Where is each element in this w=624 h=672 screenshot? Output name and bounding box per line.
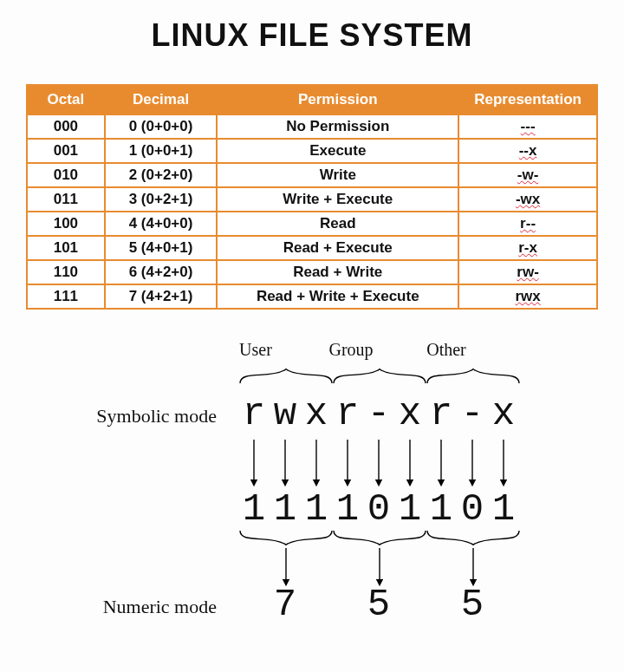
table-row: 101 5 (4+0+1) Read + Execute r-x <box>27 236 597 260</box>
th-representation: Representation <box>458 85 597 114</box>
arrows-symbolic-to-binary <box>254 440 504 483</box>
cell-permission: Read <box>217 212 458 236</box>
cell-permission: Execute <box>217 139 458 163</box>
binary-char: 1 <box>238 487 270 531</box>
cell-permission: Read + Execute <box>217 236 458 260</box>
permissions-table: Octal Decimal Permission Representation … <box>26 84 598 310</box>
cell-octal: 111 <box>27 284 105 309</box>
group-label-other: Other <box>399 340 494 360</box>
cell-octal: 110 <box>27 260 105 284</box>
binary-char: 1 <box>270 487 301 531</box>
symbolic-char: - <box>457 392 488 435</box>
cell-representation: -wx <box>458 187 597 212</box>
table-row: 110 6 (4+2+0) Read + Write rw- <box>27 260 597 284</box>
symbolic-char: x <box>301 392 332 435</box>
cell-decimal: 5 (4+0+1) <box>105 236 218 260</box>
binary-char: 1 <box>488 487 519 531</box>
cell-decimal: 6 (4+2+0) <box>105 260 218 284</box>
binary-char: 0 <box>363 487 394 531</box>
cell-representation: -w- <box>458 163 597 187</box>
cell-representation: rwx <box>458 284 597 309</box>
table-row: 000 0 (0+0+0) No Permission --- <box>27 114 597 139</box>
symbolic-char: x <box>488 392 519 435</box>
symbolic-char: x <box>394 392 426 435</box>
group-label-group: Group <box>303 340 399 360</box>
binary-char: 1 <box>301 487 332 531</box>
table-row: 010 2 (0+2+0) Write -w- <box>27 163 597 187</box>
cell-representation: r-- <box>458 212 597 236</box>
cell-decimal: 7 (4+2+1) <box>105 284 218 309</box>
page-title: LINUX FILE SYSTEM <box>0 17 624 54</box>
cell-decimal: 2 (0+2+0) <box>105 163 218 187</box>
numeric-char: 5 <box>332 583 426 626</box>
cell-decimal: 0 (0+0+0) <box>105 114 218 139</box>
cell-representation: --- <box>458 114 597 139</box>
binary-char: 1 <box>426 487 457 531</box>
cell-permission: Write <box>217 163 458 187</box>
cell-permission: No Permission <box>217 114 458 139</box>
numeric-row: 755 <box>238 583 519 626</box>
mode-diagram: User Group Other Symbolic mode Numeric m… <box>69 340 555 635</box>
symbolic-char: w <box>270 392 301 435</box>
symbolic-char: r <box>332 392 363 435</box>
table-body: 000 0 (0+0+0) No Permission --- 001 1 (0… <box>27 114 597 309</box>
th-permission: Permission <box>217 85 458 114</box>
numeric-char: 7 <box>238 583 332 626</box>
cell-representation: --x <box>458 139 597 163</box>
cell-octal: 001 <box>27 139 105 163</box>
cell-octal: 101 <box>27 236 105 260</box>
symbolic-row: rwxr-xr-x <box>238 392 519 435</box>
side-label-symbolic: Symbolic mode <box>69 405 217 427</box>
th-decimal: Decimal <box>105 85 218 114</box>
cell-octal: 011 <box>27 187 105 212</box>
table-row: 011 3 (0+2+1) Write + Execute -wx <box>27 187 597 212</box>
cell-decimal: 1 (0+0+1) <box>105 139 218 163</box>
cell-octal: 000 <box>27 114 105 139</box>
table-row: 111 7 (4+2+1) Read + Write + Execute rwx <box>27 284 597 309</box>
page: LINUX FILE SYSTEM Octal Decimal Permissi… <box>0 0 624 661</box>
symbolic-char: r <box>238 392 270 435</box>
table-row: 001 1 (0+0+1) Execute --x <box>27 139 597 163</box>
symbolic-char: r <box>426 392 457 435</box>
cell-representation: r-x <box>458 236 597 260</box>
binary-char: 0 <box>457 487 488 531</box>
binary-row: 111101101 <box>238 487 519 531</box>
arrows-binary-to-numeric <box>286 548 473 583</box>
cell-decimal: 4 (4+0+0) <box>105 212 218 236</box>
cell-decimal: 3 (0+2+1) <box>105 187 218 212</box>
cell-permission: Read + Write + Execute <box>217 284 458 309</box>
cell-octal: 010 <box>27 163 105 187</box>
side-label-numeric: Numeric mode <box>69 596 217 618</box>
cell-permission: Write + Execute <box>217 187 458 212</box>
symbolic-char: - <box>363 392 394 435</box>
table-header-row: Octal Decimal Permission Representation <box>27 85 597 114</box>
group-label-user: User <box>208 340 303 360</box>
binary-char: 1 <box>394 487 426 531</box>
th-octal: Octal <box>27 85 105 114</box>
numeric-char: 5 <box>426 583 519 626</box>
cell-permission: Read + Write <box>217 260 458 284</box>
table-row: 100 4 (4+0+0) Read r-- <box>27 212 597 236</box>
binary-char: 1 <box>332 487 363 531</box>
cell-representation: rw- <box>458 260 597 284</box>
cell-octal: 100 <box>27 212 105 236</box>
